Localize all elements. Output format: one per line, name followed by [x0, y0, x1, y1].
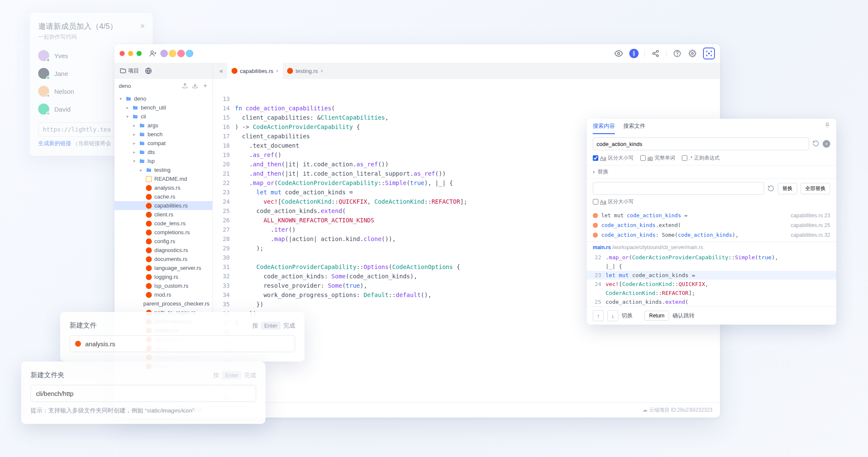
folder-icon — [146, 167, 152, 173]
rust-file-icon — [146, 221, 152, 227]
tree-file[interactable]: client.rs — [114, 210, 212, 219]
file-tab[interactable]: capabilities.rs× — [227, 63, 283, 79]
settings-icon[interactable] — [688, 49, 697, 58]
folder-icon — [132, 114, 138, 120]
cloud-project-id: ☁ 云端项目 ID:28u230i232323 — [642, 407, 712, 414]
close-icon[interactable]: × — [140, 21, 145, 31]
chevron-icon: ▸ — [131, 141, 137, 146]
tree-folder[interactable]: ▸bench_util — [114, 103, 212, 112]
replace-undo-icon[interactable] — [768, 185, 774, 192]
tree-file[interactable]: language_server.rs — [114, 264, 212, 272]
chevron-icon: ▸ — [131, 132, 137, 137]
avatar[interactable] — [185, 49, 194, 58]
tree-file[interactable]: README.md — [114, 174, 212, 183]
search-input[interactable] — [593, 137, 809, 150]
window-controls[interactable] — [120, 51, 142, 56]
opt-regex[interactable]: .* 正则表达式 — [682, 154, 720, 162]
rust-file-icon — [232, 68, 237, 74]
add-member-icon[interactable] — [148, 49, 158, 58]
tab-project[interactable]: 项目 — [120, 67, 139, 75]
tree-file[interactable]: cache.rs — [114, 192, 212, 201]
avatar — [38, 50, 49, 61]
project-root[interactable]: deno — [114, 79, 213, 93]
tree-file[interactable]: lsp_custom.rs — [114, 281, 212, 290]
tab-globe[interactable] — [145, 67, 152, 74]
download-icon[interactable] — [192, 83, 198, 89]
prev-result-icon[interactable]: ↑ — [593, 310, 604, 321]
avatar[interactable] — [168, 49, 177, 58]
tree-folder[interactable]: ▸testing — [114, 165, 212, 174]
minimize-window-icon[interactable] — [128, 51, 133, 56]
tree-folder[interactable]: ▾deno — [114, 94, 212, 103]
preview-file[interactable]: main.rs — [593, 244, 611, 250]
opt-whole[interactable]: ab 完整单词 — [640, 154, 675, 162]
avatar[interactable] — [176, 49, 186, 58]
compass-icon[interactable] — [629, 49, 639, 58]
member-name: David — [54, 106, 70, 113]
close-window-icon[interactable] — [120, 51, 125, 56]
btn-replace[interactable]: 替换 — [778, 183, 797, 194]
replace-opt-case[interactable]: Aa 区分大小写 — [593, 198, 634, 205]
clear-icon[interactable]: × — [823, 140, 830, 148]
new-file-input[interactable]: analysis.rs — [70, 335, 295, 352]
help-icon[interactable] — [673, 49, 682, 58]
svg-marker-2 — [633, 51, 635, 56]
svg-point-3 — [656, 50, 659, 53]
replace-toggle[interactable]: ▾ 替换 — [587, 165, 836, 179]
tree-file[interactable]: logging.rs — [114, 272, 212, 281]
preview-line[interactable]: CoderActionKind::REFACTOR]; — [587, 289, 836, 297]
btn-replace-all[interactable]: 全部替换 — [801, 183, 830, 194]
rust-file-icon — [146, 274, 152, 280]
tree-folder[interactable]: ▸bench — [114, 130, 212, 139]
scan-icon[interactable] — [703, 48, 715, 59]
opt-case[interactable]: Aa 区分大小写 — [593, 154, 634, 162]
search-result-row[interactable]: code_action_kinds: Some(code_action_kind… — [587, 230, 836, 240]
search-preview: main.rs /workspace/citybound/cb_server/m… — [587, 241, 836, 306]
tree-folder[interactable]: ▸dts — [114, 148, 212, 157]
close-tab-icon[interactable]: × — [276, 68, 279, 73]
tree-folder[interactable]: ▾lsp — [114, 157, 212, 165]
tree-file[interactable]: diagnostics.rs — [114, 246, 212, 255]
eye-icon[interactable] — [614, 49, 623, 58]
generate-link[interactable]: 生成新的链接 — [38, 140, 71, 146]
tree-file[interactable]: completions.rs — [114, 228, 212, 237]
preview-line[interactable]: 23 let mut code_action_kinds = — [587, 271, 836, 280]
close-tab-icon[interactable]: × — [321, 68, 323, 73]
undo-icon[interactable] — [812, 140, 819, 148]
collaborator-avatars[interactable] — [161, 49, 194, 58]
folder-icon — [132, 105, 138, 111]
add-icon[interactable] — [202, 83, 208, 89]
tab-search-content[interactable]: 搜索内容 — [593, 122, 615, 134]
file-tab[interactable]: testing.rs× — [283, 63, 327, 79]
replace-input[interactable] — [593, 182, 764, 195]
return-button[interactable]: Return — [645, 311, 669, 321]
new-folder-input[interactable]: cli/bench/http — [31, 385, 256, 402]
tree-folder[interactable]: ▸compat — [114, 139, 212, 148]
tree-folder[interactable]: ▾cli — [114, 112, 212, 121]
tree-file[interactable]: parent_process_checker.rs — [114, 299, 212, 308]
tree-file[interactable]: config.rs — [114, 237, 212, 246]
preview-line[interactable]: 24 vec![CoderActionKind::QUICKFIX, — [587, 280, 836, 289]
tree-file[interactable]: analysis.rs — [114, 183, 212, 192]
share-icon[interactable] — [651, 49, 660, 58]
search-result-row[interactable]: code_action_kinds.extend(capabilities.rs… — [587, 220, 836, 230]
titlebar — [114, 44, 720, 63]
tree-folder[interactable]: ▸args — [114, 121, 212, 130]
tree-file[interactable]: documents.rs — [114, 255, 212, 264]
tab-search-file[interactable]: 搜索文件 — [623, 122, 645, 134]
collapse-sidebar-icon[interactable]: « — [215, 67, 227, 74]
upload-icon[interactable] — [182, 83, 188, 89]
preview-line[interactable]: |_| { — [587, 262, 836, 271]
tree-file[interactable]: capabilities.rs — [114, 201, 212, 210]
tree-file[interactable]: code_lens.rs — [114, 219, 212, 228]
avatar[interactable] — [159, 49, 169, 58]
search-result-row[interactable]: let mut code_action_kinds =capabilities.… — [587, 210, 836, 220]
preview-line[interactable]: 22 .map_or(CoderActionProviderCapability… — [587, 253, 836, 262]
maximize-window-icon[interactable] — [137, 51, 142, 56]
next-result-icon[interactable]: ↓ — [607, 310, 618, 321]
toggle-label: 切换 — [622, 312, 633, 320]
tree-file[interactable]: mod.rs — [114, 290, 212, 299]
preview-line[interactable]: 25 code_action_kinds.extend( — [587, 297, 836, 306]
folder-icon — [139, 132, 145, 137]
pin-icon[interactable] — [824, 122, 830, 134]
